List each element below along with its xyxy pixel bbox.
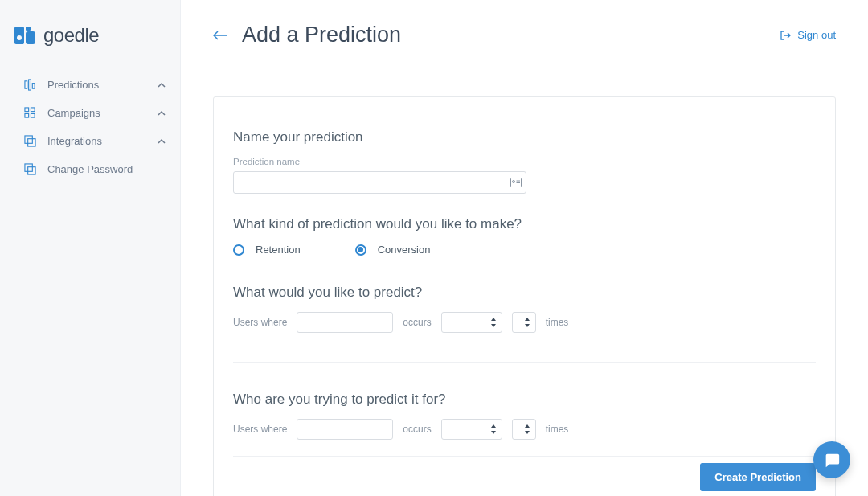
sidebar-item-label: Integrations bbox=[47, 135, 158, 147]
svg-rect-10 bbox=[31, 113, 35, 117]
form-card: Name your prediction Prediction name Wha… bbox=[213, 96, 836, 496]
back-arrow-icon[interactable] bbox=[213, 30, 227, 41]
sidebar: goedle Predictions Campaigns Integration… bbox=[0, 0, 181, 496]
svg-rect-8 bbox=[31, 108, 35, 112]
who-condition-row: Users where occurs times bbox=[233, 419, 816, 440]
sidebar-item-predictions[interactable]: Predictions bbox=[0, 71, 180, 99]
svg-rect-2 bbox=[26, 27, 31, 31]
what-condition-row: Users where occurs times bbox=[233, 312, 816, 333]
section-name: Name your prediction Prediction name bbox=[233, 129, 816, 194]
what-operator-select[interactable] bbox=[441, 312, 502, 333]
campaigns-icon bbox=[24, 107, 36, 119]
times-label: times bbox=[546, 424, 569, 435]
integrations-icon bbox=[24, 135, 36, 147]
prediction-name-wrap bbox=[233, 171, 526, 194]
section-what: What would you like to predict? Users wh… bbox=[233, 285, 816, 333]
radio-circle-icon bbox=[355, 244, 366, 256]
radio-label: Conversion bbox=[378, 244, 431, 256]
form-footer: Create Prediction bbox=[233, 456, 816, 496]
chevron-up-icon bbox=[158, 137, 166, 146]
svg-rect-9 bbox=[25, 113, 29, 117]
radio-label: Retention bbox=[256, 244, 301, 256]
svg-rect-11 bbox=[25, 136, 32, 143]
section-what-title: What would you like to predict? bbox=[233, 285, 816, 301]
sort-icon bbox=[524, 424, 530, 434]
page-title: Add a Prediction bbox=[242, 23, 401, 47]
chat-icon bbox=[823, 451, 841, 469]
radio-conversion[interactable]: Conversion bbox=[355, 244, 431, 256]
brand-logo-icon bbox=[14, 27, 35, 44]
chevron-up-icon bbox=[158, 109, 166, 117]
svg-rect-12 bbox=[28, 139, 35, 146]
svg-rect-14 bbox=[28, 167, 35, 174]
create-prediction-button[interactable]: Create Prediction bbox=[700, 463, 816, 491]
brand: goedle bbox=[0, 24, 180, 71]
sort-icon bbox=[524, 318, 530, 327]
sidebar-item-change-password[interactable]: Change Password bbox=[0, 155, 180, 183]
sidebar-item-integrations[interactable]: Integrations bbox=[0, 127, 180, 155]
svg-rect-13 bbox=[25, 164, 32, 171]
svg-rect-6 bbox=[32, 84, 35, 89]
sidebar-item-label: Change Password bbox=[47, 163, 166, 175]
svg-point-3 bbox=[17, 35, 22, 40]
brand-name: goedle bbox=[43, 24, 99, 47]
users-where-label: Users where bbox=[233, 317, 287, 328]
main-content: Add a Prediction Sign out Name your pred… bbox=[181, 0, 868, 496]
header-row: Add a Prediction Sign out bbox=[213, 23, 836, 72]
svg-rect-7 bbox=[25, 108, 29, 112]
section-who: Who are you trying to predict it for? Us… bbox=[233, 391, 816, 440]
svg-rect-4 bbox=[25, 81, 27, 88]
radio-row: Retention Conversion bbox=[233, 244, 816, 256]
svg-rect-5 bbox=[29, 80, 31, 90]
password-icon bbox=[24, 163, 36, 175]
sidebar-item-campaigns[interactable]: Campaigns bbox=[0, 99, 180, 127]
section-name-title: Name your prediction bbox=[233, 129, 816, 146]
who-event-input[interactable] bbox=[297, 419, 393, 440]
sort-icon bbox=[490, 318, 497, 327]
signout-icon bbox=[780, 30, 791, 41]
what-count-select[interactable] bbox=[512, 312, 536, 333]
signout-label: Sign out bbox=[797, 29, 836, 41]
sort-icon bbox=[490, 424, 497, 434]
svg-rect-1 bbox=[26, 31, 35, 44]
prediction-name-input[interactable] bbox=[233, 171, 526, 194]
who-operator-select[interactable] bbox=[441, 419, 502, 440]
radio-circle-icon bbox=[233, 244, 244, 256]
section-kind: What kind of prediction would you like t… bbox=[233, 216, 816, 256]
section-kind-title: What kind of prediction would you like t… bbox=[233, 216, 816, 232]
radio-retention[interactable]: Retention bbox=[233, 244, 301, 256]
svg-point-16 bbox=[513, 181, 515, 183]
sidebar-item-label: Campaigns bbox=[47, 107, 158, 119]
who-count-select[interactable] bbox=[512, 419, 536, 440]
divider bbox=[233, 362, 816, 363]
what-event-input[interactable] bbox=[297, 312, 393, 333]
users-where-label: Users where bbox=[233, 424, 287, 435]
title-wrap: Add a Prediction bbox=[213, 23, 401, 47]
predictions-icon bbox=[24, 79, 36, 91]
radio-dot-icon bbox=[358, 247, 363, 252]
occurs-label: occurs bbox=[403, 317, 431, 328]
signout-link[interactable]: Sign out bbox=[780, 29, 836, 41]
occurs-label: occurs bbox=[403, 424, 431, 435]
prediction-name-label: Prediction name bbox=[233, 157, 816, 166]
chevron-up-icon bbox=[158, 81, 166, 89]
chat-fab[interactable] bbox=[813, 441, 850, 478]
contact-card-icon bbox=[510, 178, 522, 187]
section-who-title: Who are you trying to predict it for? bbox=[233, 391, 816, 408]
times-label: times bbox=[546, 317, 569, 328]
sidebar-item-label: Predictions bbox=[47, 79, 158, 91]
